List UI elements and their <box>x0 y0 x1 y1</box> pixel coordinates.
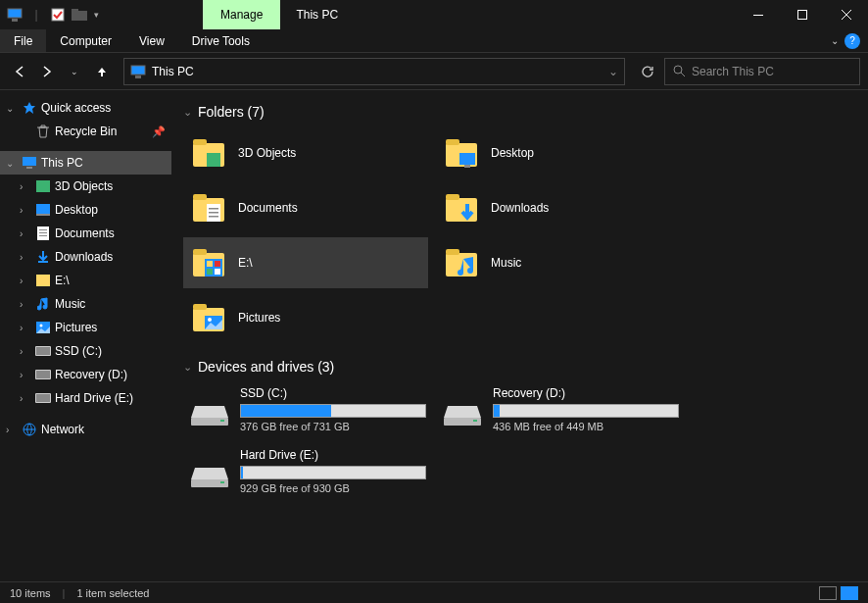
tree-item[interactable]: ›Downloads <box>0 245 171 269</box>
chevron-down-icon[interactable]: ⌄ <box>6 103 18 114</box>
new-folder-icon[interactable] <box>71 6 88 24</box>
manage-tab[interactable]: Manage <box>203 0 280 29</box>
svg-rect-19 <box>36 275 50 286</box>
folder-item[interactable]: 3D Objects <box>183 127 428 178</box>
svg-rect-50 <box>215 269 220 275</box>
help-icon[interactable]: ? <box>844 33 860 49</box>
tree-recycle-bin[interactable]: Recycle Bin 📌 <box>0 120 171 143</box>
tiles-view-icon[interactable] <box>841 586 858 600</box>
forward-button[interactable] <box>35 60 59 83</box>
folder-icon <box>191 190 226 226</box>
tree-label: Documents <box>55 226 115 240</box>
tree-quick-access[interactable]: ⌄ Quick access <box>0 96 171 120</box>
drive-free-text: 436 MB free of 449 MB <box>493 421 679 432</box>
chevron-right-icon[interactable]: › <box>20 252 31 263</box>
menu-file[interactable]: File <box>0 29 46 52</box>
svg-rect-4 <box>72 9 78 12</box>
drive-icon <box>444 400 481 427</box>
folder-item[interactable]: Documents <box>183 182 428 233</box>
drive-icon <box>191 400 228 427</box>
svg-rect-16 <box>39 229 47 230</box>
menu-drive-tools[interactable]: Drive Tools <box>178 29 264 52</box>
address-dropdown-icon[interactable]: ⌄ <box>608 65 618 78</box>
folder-item[interactable]: Music <box>436 237 681 288</box>
folder-item[interactable]: Downloads <box>436 182 681 233</box>
menu-view[interactable]: View <box>125 29 178 52</box>
section-folders-header[interactable]: ⌄ Folders (7) <box>183 104 856 120</box>
details-view-icon[interactable] <box>819 586 837 600</box>
maximize-button[interactable] <box>780 0 824 29</box>
menu-computer[interactable]: Computer <box>46 29 125 52</box>
address-bar[interactable]: This PC ⌄ <box>123 58 625 85</box>
tree-item[interactable]: ›Recovery (D:) <box>0 363 171 386</box>
drive-item[interactable]: Recovery (D:)436 MB free of 449 MB <box>436 382 681 436</box>
folder-item[interactable]: Desktop <box>436 127 681 178</box>
tree-label: SSD (C:) <box>55 344 102 358</box>
chevron-down-icon: ⌄ <box>183 361 192 374</box>
section-title: Devices and drives (3) <box>198 359 334 375</box>
close-button[interactable] <box>824 0 868 29</box>
drive-item[interactable]: SSD (C:)376 GB free of 731 GB <box>183 382 428 436</box>
chevron-right-icon[interactable]: › <box>20 323 31 333</box>
chevron-right-icon[interactable]: › <box>20 370 31 380</box>
qat-dropdown-icon[interactable]: ▾ <box>94 10 99 20</box>
window-controls <box>736 0 868 29</box>
back-button[interactable] <box>8 60 31 83</box>
chevron-right-icon[interactable]: › <box>20 228 31 239</box>
tree-item[interactable]: ›Pictures <box>0 316 171 339</box>
navbar: ⌄ This PC ⌄ Search This PC <box>0 53 868 90</box>
folder-item[interactable]: Pictures <box>183 292 428 343</box>
section-title: Folders (7) <box>198 104 265 120</box>
search-input[interactable]: Search This PC <box>664 58 860 85</box>
item-icon <box>35 320 51 335</box>
svg-rect-10 <box>23 157 36 166</box>
tree-item[interactable]: ›Music <box>0 292 171 316</box>
status-count: 10 items <box>10 587 51 599</box>
chevron-right-icon[interactable]: › <box>20 205 31 216</box>
properties-icon[interactable] <box>49 6 67 24</box>
recycle-bin-icon <box>35 124 51 139</box>
item-icon <box>35 390 51 406</box>
tree-item[interactable]: ›Hard Drive (E:) <box>0 386 171 410</box>
folder-label: Pictures <box>238 311 280 325</box>
folder-label: Downloads <box>491 201 549 215</box>
tree-this-pc[interactable]: ⌄ This PC <box>0 151 171 175</box>
svg-rect-11 <box>26 167 32 169</box>
chevron-right-icon[interactable]: › <box>20 346 31 357</box>
chevron-right-icon[interactable]: › <box>20 299 31 310</box>
folder-item[interactable]: E:\ <box>183 237 428 288</box>
chevron-right-icon[interactable]: › <box>20 393 31 404</box>
item-icon <box>35 202 51 218</box>
tree-item[interactable]: ›E:\ <box>0 269 171 292</box>
chevron-right-icon[interactable]: › <box>20 276 31 286</box>
svg-rect-17 <box>39 232 47 233</box>
refresh-button[interactable] <box>635 59 660 84</box>
svg-rect-52 <box>446 249 459 255</box>
tree-item[interactable]: ›Documents <box>0 222 171 245</box>
svg-point-56 <box>208 318 212 322</box>
content-area: ⌄ Folders (7) 3D ObjectsDesktopDocuments… <box>171 90 868 581</box>
item-icon <box>35 226 51 241</box>
ribbon-collapse-icon[interactable]: ⌄ <box>831 35 839 46</box>
chevron-down-icon[interactable]: ⌄ <box>6 158 18 169</box>
svg-rect-49 <box>207 269 213 275</box>
tree-label: Recovery (D:) <box>55 368 127 381</box>
tree-item[interactable]: ›Desktop <box>0 198 171 222</box>
svg-rect-62 <box>220 481 224 483</box>
folder-label: E:\ <box>238 256 253 270</box>
minimize-button[interactable] <box>736 0 780 29</box>
recent-dropdown-icon[interactable]: ⌄ <box>63 60 86 83</box>
status-selection: 1 item selected <box>76 587 149 599</box>
section-drives-header[interactable]: ⌄ Devices and drives (3) <box>183 359 856 375</box>
tree-label: Quick access <box>41 101 111 115</box>
folder-label: Desktop <box>491 146 534 160</box>
svg-rect-39 <box>209 208 218 210</box>
chevron-right-icon[interactable]: › <box>6 425 18 435</box>
chevron-right-icon[interactable]: › <box>20 181 31 192</box>
tree-item[interactable]: ›SSD (C:) <box>0 339 171 363</box>
tree-item[interactable]: ›3D Objects <box>0 175 171 198</box>
tree-network[interactable]: › Network <box>0 418 171 441</box>
drive-item[interactable]: Hard Drive (E:)929 GB free of 930 GB <box>183 444 428 498</box>
up-button[interactable] <box>90 60 114 83</box>
drive-name: Hard Drive (E:) <box>240 448 426 462</box>
